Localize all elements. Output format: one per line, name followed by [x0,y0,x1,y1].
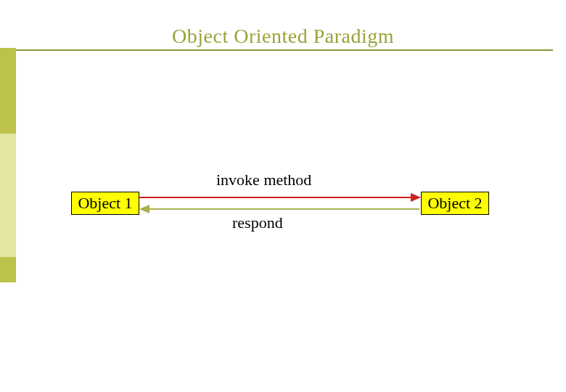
invoke-label: invoke method [216,171,311,189]
object-2-box: Object 2 [421,192,489,215]
sidebar-block-bottom [0,257,16,282]
invoke-arrow-head [411,193,421,202]
sidebar-block-top [0,48,16,134]
object-1-box: Object 1 [71,192,139,215]
respond-arrow-head [139,205,149,213]
title-underline [13,49,553,51]
sidebar-block-middle [0,134,16,257]
slide-title: Object Oriented Paradigm [0,25,566,48]
respond-label: respond [232,213,283,232]
slide: Object Oriented Paradigm Object 1 Object… [0,0,566,392]
